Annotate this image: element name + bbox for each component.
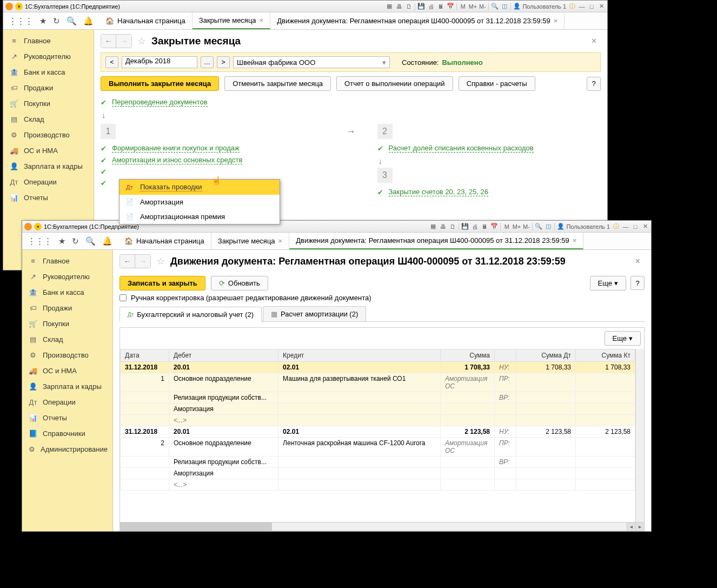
tab-document-movements[interactable]: Движения документа: Регламентная операци… bbox=[270, 12, 565, 29]
cancel-closing-button[interactable]: Отменить закрытие месяца bbox=[224, 76, 331, 91]
close-icon[interactable]: ✕ bbox=[641, 223, 649, 230]
sidebar-item-assets[interactable]: 🚚ОС и НМА bbox=[22, 363, 112, 379]
table-row[interactable]: <...> bbox=[121, 415, 635, 426]
sidebar-item-operations[interactable]: ДтОперации bbox=[3, 174, 94, 190]
sidebar-item-warehouse[interactable]: ▤Склад bbox=[22, 332, 112, 347]
sidebar-item-admin[interactable]: ⚙Администрирование bbox=[22, 441, 112, 457]
star-icon[interactable]: ★ bbox=[58, 236, 65, 246]
tool-icon[interactable]: ▦ bbox=[386, 3, 393, 10]
sidebar-item-sales[interactable]: 🏷Продажи bbox=[22, 300, 112, 316]
col-sumdt[interactable]: Сумма Дт bbox=[516, 349, 576, 362]
tool-icon[interactable]: ▦ bbox=[429, 223, 437, 230]
m-icon[interactable]: M bbox=[503, 223, 510, 230]
favorite-icon[interactable]: ☆ bbox=[137, 35, 146, 47]
help-button[interactable]: ? bbox=[630, 276, 645, 290]
info-icon[interactable]: ⓘ bbox=[568, 3, 576, 10]
panes-icon[interactable]: ◫ bbox=[501, 3, 508, 10]
table-row[interactable]: 31.12.2018 20.01 02.01 1 708,33 НУ: 1 70… bbox=[121, 362, 635, 373]
search-icon[interactable]: 🔍 bbox=[67, 16, 77, 26]
close-page-button[interactable]: × bbox=[592, 36, 601, 46]
m-minus-icon[interactable]: M- bbox=[522, 223, 530, 230]
sidebar-item-sales[interactable]: 🏷Продажи bbox=[3, 80, 94, 96]
dropdown-icon[interactable]: ▾ bbox=[34, 223, 42, 230]
period-input[interactable]: Декабрь 2018 bbox=[122, 56, 197, 68]
zoom-icon[interactable]: 🔍 bbox=[535, 223, 542, 230]
preview-icon[interactable]: 🗋 bbox=[405, 3, 413, 10]
m-plus-icon[interactable]: M+ bbox=[513, 223, 520, 230]
print2-icon[interactable]: 🖨 bbox=[471, 223, 479, 230]
close-page-button[interactable]: × bbox=[635, 256, 645, 266]
user-chip[interactable]: 👤 Пользователь 1 bbox=[513, 3, 566, 10]
preview-icon[interactable]: 🗋 bbox=[449, 223, 456, 230]
sidebar-item-production[interactable]: ⚙Производство bbox=[22, 347, 112, 363]
search-icon[interactable]: 🔍 bbox=[85, 236, 96, 246]
close-icon[interactable]: × bbox=[554, 17, 558, 25]
print2-icon[interactable]: 🖨 bbox=[427, 3, 435, 10]
sidebar-item-production[interactable]: ⚙Производство bbox=[3, 127, 94, 143]
help-button[interactable]: ? bbox=[587, 77, 601, 91]
tab-home[interactable]: 🏠 Начальная страница bbox=[118, 233, 211, 249]
sidebar-item-bank[interactable]: 🏦Банк и касса bbox=[22, 285, 112, 300]
close-icon[interactable]: × bbox=[573, 236, 577, 245]
save-icon[interactable]: 💾 bbox=[417, 3, 425, 10]
sidebar-item-bank[interactable]: 🏦Банк и касса bbox=[3, 64, 94, 80]
scroll-left-button[interactable]: ◂ bbox=[627, 523, 635, 531]
close-icon[interactable]: × bbox=[260, 16, 264, 24]
nav-forward-button[interactable]: → bbox=[116, 35, 131, 48]
period-next-button[interactable]: > bbox=[217, 56, 230, 68]
history-icon[interactable]: ↻ bbox=[72, 236, 79, 246]
dropdown-icon[interactable]: ▾ bbox=[15, 3, 23, 10]
sidebar-item-operations[interactable]: ДтОперации bbox=[22, 394, 112, 410]
nav-back-button[interactable]: ← bbox=[101, 35, 116, 48]
ctx-amort-bonus[interactable]: 📄Амортизационная премия bbox=[119, 209, 280, 224]
tab-document-movements[interactable]: Движения документа: Регламентная операци… bbox=[289, 233, 583, 249]
col-debit[interactable]: Дебет bbox=[169, 349, 278, 362]
tab-home[interactable]: 🏠 Начальная страница bbox=[99, 12, 192, 29]
tab-closing-month[interactable]: Закрытие месяца × bbox=[211, 233, 289, 249]
info-icon[interactable]: ⓘ bbox=[612, 223, 620, 230]
nav-back-button[interactable]: ← bbox=[120, 255, 135, 268]
sidebar-item-manager[interactable]: ↗Руководителю bbox=[3, 49, 94, 64]
m-minus-icon[interactable]: M- bbox=[479, 3, 486, 10]
op-link[interactable]: Амортизация и износ основных средств bbox=[112, 156, 242, 164]
table-row[interactable]: Амортизация bbox=[121, 404, 635, 415]
calendar-icon[interactable]: 📅 bbox=[490, 223, 498, 230]
table-more-button[interactable]: Еще▾ bbox=[605, 331, 641, 346]
tab-amort-calc[interactable]: ▦Расчет амортизации (2) bbox=[263, 306, 366, 321]
calc-icon[interactable]: 🖩 bbox=[437, 3, 444, 10]
tab-accounting[interactable]: ДтБухгалтерский и налоговый учет (2) bbox=[119, 307, 262, 322]
col-date[interactable]: Дата bbox=[121, 349, 169, 362]
col-sum[interactable]: Сумма bbox=[441, 349, 495, 362]
sidebar-item-payroll[interactable]: 👤Зарплата и кадры bbox=[3, 158, 94, 174]
refresh-button[interactable]: ⟳Обновить bbox=[211, 276, 268, 290]
table-row[interactable]: <...> bbox=[121, 479, 635, 491]
sidebar-item-main[interactable]: ≡Главное bbox=[3, 33, 94, 49]
references-button[interactable]: Справки - расчеты bbox=[459, 76, 535, 91]
close-icon[interactable]: × bbox=[278, 237, 283, 245]
m-icon[interactable]: M bbox=[459, 3, 467, 10]
manual-correction-checkbox[interactable] bbox=[119, 294, 127, 301]
sidebar-item-catalogs[interactable]: 📘Справочники bbox=[22, 426, 112, 441]
period-picker-button[interactable]: … bbox=[201, 56, 214, 68]
close-icon[interactable]: ✕ bbox=[598, 3, 605, 10]
sidebar-item-assets[interactable]: 🚚ОС и НМА bbox=[3, 143, 94, 158]
table-row[interactable]: 1 Основное подразделение Машина для разв… bbox=[121, 373, 635, 392]
bell-icon[interactable]: 🔔 bbox=[83, 16, 94, 26]
minimize-icon[interactable]: — bbox=[578, 3, 586, 10]
sidebar-item-reports[interactable]: 📊Отчеты bbox=[22, 410, 112, 426]
col-sumkt[interactable]: Сумма Кт bbox=[576, 349, 635, 362]
table-row[interactable]: Релизация продукции собств... ВР: bbox=[121, 457, 635, 468]
favorite-icon[interactable]: ☆ bbox=[156, 255, 165, 267]
nav-forward-button[interactable]: → bbox=[135, 255, 150, 268]
table-row[interactable]: Амортизация bbox=[121, 468, 635, 479]
sidebar-item-reports[interactable]: 📊Отчеты bbox=[3, 190, 94, 206]
org-select[interactable]: Швейная фабрика ООО ▾ bbox=[233, 56, 390, 68]
user-chip[interactable]: 👤 Пользователь 1 bbox=[557, 223, 610, 230]
col-credit[interactable]: Кредит bbox=[278, 349, 441, 362]
ctx-amortization[interactable]: 📄Амортизация bbox=[119, 195, 280, 209]
op-link[interactable]: Формирование книги покупок и продаж bbox=[112, 144, 240, 153]
zoom-icon[interactable]: 🔍 bbox=[491, 3, 499, 10]
calendar-icon[interactable]: 📅 bbox=[447, 3, 454, 10]
vertical-scrollbar[interactable] bbox=[635, 349, 644, 522]
scrollbar-thumb[interactable] bbox=[120, 523, 272, 531]
